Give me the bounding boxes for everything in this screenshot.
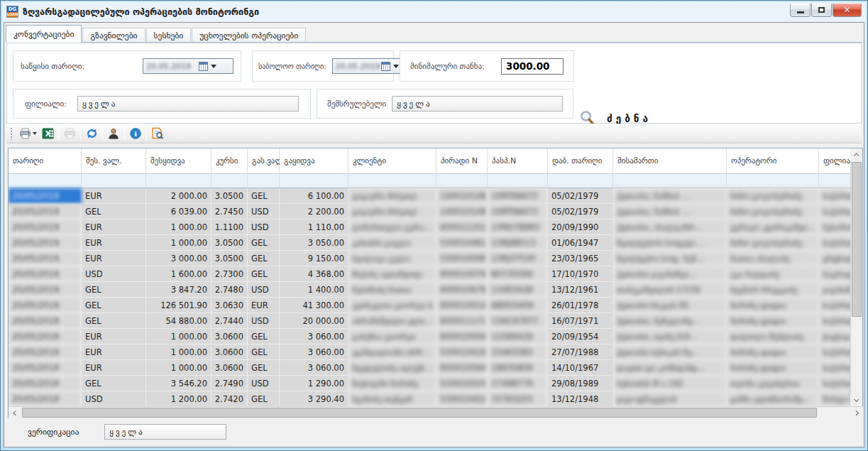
cell-client[interactable]: ჩიქოვანი მარინე [348,376,436,391]
cell-address[interactable]: წყალტუბოს სოფელ... [613,235,727,251]
cell-address[interactable]: ქუთაისი, ჩანჩიბ ... [613,188,727,204]
cell-buy_amount[interactable]: 1 600.00 [146,266,211,282]
cell-buy_amount[interactable]: 54 880.00 [146,313,211,329]
cell-birth_date[interactable]: 17/10/1970 [548,266,613,282]
cell-branch[interactable]: საქართვ [819,188,851,204]
cell-date[interactable]: 20/05/2019 [9,329,82,344]
column-header-branch[interactable]: ფილიალი [819,148,851,174]
cell-operator[interactable]: თეონა გიგიბერია [727,376,819,391]
cell-sell_amount[interactable]: 1 290.00 [280,376,348,391]
cell-branch[interactable]: საქართვ [819,376,851,391]
cell-buy_amount[interactable]: 1 000.00 [146,235,211,251]
cell-rate[interactable]: 2.7420 [211,391,248,406]
column-filter-address[interactable] [613,174,727,188]
cell-passport_n[interactable]: 18635809 [488,360,548,376]
cell-address[interactable]: ქუთაისი, ახალგაზრ... [613,219,727,235]
cell-buy_cur[interactable]: EUR [82,360,146,376]
tab-conversions[interactable]: კონვერტაციები [6,25,82,43]
column-filter-personal_n[interactable] [436,174,488,188]
cell-operator[interactable]: ვერიკო კვირიკაშვი... [727,219,819,235]
cell-birth_date[interactable]: 26/01/1978 [548,298,613,313]
table-row[interactable]: 20/05/2019GEL3 546.202.7490USD1 290.00ჩი… [9,376,851,391]
cell-client[interactable]: აბრამიშვილი ელი... [348,313,436,329]
cell-date[interactable]: 20/05/2019 [9,204,82,219]
tab-foreigner-operations[interactable]: უცხოელების ოპერაციები [192,28,306,43]
cell-birth_date[interactable]: 14/10/1967 [548,360,613,376]
cell-address[interactable]: ქუთაისი, ივანე მაჩ... [613,329,727,344]
cell-operator[interactable]: მარინე ფიფია [727,298,819,313]
cell-birth_date[interactable]: 05/02/1979 [548,188,613,204]
tab-loans[interactable]: სესხები [146,28,192,43]
cell-birth_date[interactable]: 16/07/1971 [548,313,613,329]
cell-operator[interactable]: დალილა შუბლაძე [727,329,819,344]
cell-sell_amount[interactable]: 1 110.00 [280,219,348,235]
cell-personal_n[interactable]: 53001009013 [436,251,488,266]
cell-buy_amount[interactable]: 3 847.20 [146,282,211,298]
cell-branch[interactable]: საქართვ [819,235,851,251]
cell-birth_date[interactable]: 13/12/1948 [548,391,613,406]
tab-transfers[interactable]: გზავნილები [82,28,145,43]
close-button[interactable]: ✕ [833,4,862,17]
cell-personal_n[interactable]: 53001050364 [436,376,488,391]
cell-client[interactable]: კახიძის გიგლა [348,235,436,251]
cell-address[interactable]: დავით და კონსტანტ... [613,360,727,376]
column-filter-branch[interactable] [819,174,851,188]
cell-sell_cur[interactable]: GEL [248,329,280,344]
cell-date[interactable]: 20/05/2019 [9,188,82,204]
cell-client[interactable]: გაბუნია გიორგი [348,329,436,344]
cell-branch[interactable]: ვრცხილა [819,251,851,266]
column-filter-client[interactable] [348,174,436,188]
cell-passport_n[interactable]: 10RT68473 [488,188,548,204]
cell-rate[interactable]: 2.7300 [211,266,248,282]
column-header-birth_date[interactable]: დაბ. თარიღი [548,148,613,174]
cell-sell_cur[interactable]: GEL [248,360,280,376]
cell-birth_date[interactable]: 20/09/1990 [548,219,613,235]
cell-rate[interactable]: 3.0630 [211,298,248,313]
cell-sell_cur[interactable]: GEL [248,266,280,282]
cell-passport_n[interactable]: 11589429 [488,329,548,344]
column-header-address[interactable]: მისამართი [613,148,727,174]
cell-sell_amount[interactable]: 20 000.00 [280,313,348,329]
cell-date[interactable]: 20/05/2019 [9,344,82,360]
cell-sell_amount[interactable]: 6 100.00 [280,188,348,204]
cell-date[interactable]: 20/05/2019 [9,376,82,391]
scroll-up-button[interactable] [850,148,862,161]
min-amount-input[interactable] [501,58,564,75]
cell-birth_date[interactable]: 27/07/1988 [548,344,613,360]
cell-operator[interactable]: მარინე ფიფია [727,313,819,329]
cell-address[interactable]: თაბუკაშვილის 17/16 [613,282,727,298]
cell-client[interactable]: გიგაური მიხეილ [348,204,436,219]
scroll-right-button[interactable] [852,407,864,419]
cell-sell_amount[interactable]: 3 060.00 [280,344,348,360]
cell-date[interactable]: 20/05/2019 [9,266,82,282]
cell-buy_cur[interactable]: EUR [82,344,146,360]
cell-sell_cur[interactable]: USD [248,219,280,235]
cell-buy_amount[interactable]: 1 200.00 [146,391,211,406]
cell-sell_cur[interactable]: USD [248,376,280,391]
cell-branch[interactable]: საქართვ [819,313,851,329]
cell-passport_n[interactable]: 13AC97977 [488,313,548,329]
cell-date[interactable]: 20/05/2019 [9,219,82,235]
cell-branch[interactable]: საქართვ [819,360,851,376]
export-excel-button[interactable]: X [39,126,56,141]
cell-passport_n[interactable]: 13RG78963 [488,219,548,235]
cell-buy_cur[interactable]: GEL [82,313,146,329]
cell-date[interactable]: 20/05/2019 [9,360,82,376]
cell-branch[interactable]: ბაგრატი [819,266,851,282]
cell-branch[interactable]: ბესარიო [819,219,851,235]
cell-operator[interactable]: ნინო გოგობერიძე [727,204,819,219]
column-filter-date[interactable] [9,174,82,188]
cell-sell_amount[interactable]: 4 368.00 [280,266,348,282]
column-filter-buy_cur[interactable] [82,174,146,188]
cell-passport_n[interactable]: 15463383 [488,344,548,360]
cell-sell_cur[interactable]: USD [248,282,280,298]
cell-client[interactable]: სვანიძე თენგიზ [348,391,436,406]
table-row[interactable]: 20/05/2019GEL3 847.202.7480USD1 400.00ჩუ… [9,282,851,298]
table-row[interactable]: 20/05/2019EUR1 000.001.1100USD1 110.00გო… [9,219,851,235]
cell-rate[interactable]: 2.7450 [211,204,248,219]
end-date-picker[interactable]: 20.05.2019 [332,58,402,74]
cell-client[interactable]: გიგაური მიხეილ [348,188,436,204]
column-header-personal_n[interactable]: პირადი N [436,148,488,174]
column-header-passport_n[interactable]: პასპ.N [488,148,548,174]
column-header-buy_cur[interactable]: შეს. ვალ. [82,148,146,174]
